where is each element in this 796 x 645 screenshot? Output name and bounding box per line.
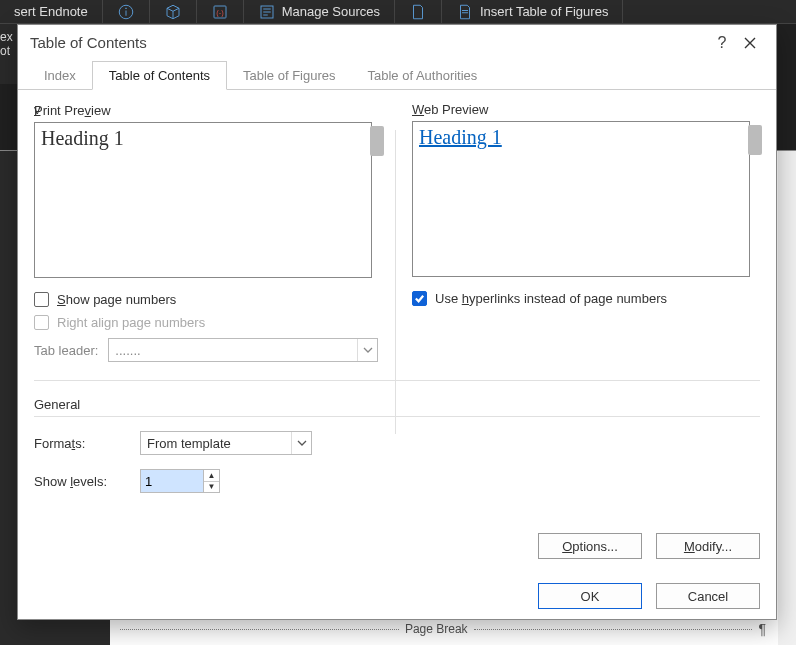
general-label: General (34, 397, 80, 412)
tab-table-of-authorities[interactable]: Table of Authorities (352, 62, 494, 89)
ribbon-item[interactable]: (-) (197, 0, 244, 23)
tof-icon (456, 3, 474, 21)
tab-leader-combo[interactable]: ....... (108, 338, 378, 362)
show-levels-label: Show levels: (34, 474, 124, 489)
spin-down-button[interactable]: ▼ (204, 482, 219, 493)
pilcrow-icon: ¶ (758, 621, 766, 637)
ribbon-label: Insert Table of Figures (480, 4, 608, 19)
info-icon (117, 3, 135, 21)
show-page-numbers-row[interactable]: Show page numbers (34, 292, 382, 307)
sources-icon (258, 3, 276, 21)
print-preview-box: Heading 1 (34, 122, 372, 278)
svg-text:(-): (-) (216, 8, 224, 17)
show-levels-input[interactable] (141, 470, 203, 492)
show-levels-spinner[interactable]: ▲ ▼ (140, 469, 220, 493)
spin-up-button[interactable]: ▲ (204, 470, 219, 482)
tab-leader-label: Tab leader: (34, 343, 98, 358)
print-preview-content: Heading 1 (41, 127, 124, 149)
right-align-row: Right align page numbers (34, 315, 382, 330)
preview-scrollbar[interactable] (370, 126, 384, 156)
web-preview-content: Heading 1 (419, 126, 502, 148)
modify-button[interactable]: Modify... (656, 533, 760, 559)
checkbox-icon[interactable] (34, 292, 49, 307)
close-button[interactable] (736, 29, 764, 57)
formats-combo[interactable]: From template (140, 431, 312, 455)
divider (34, 416, 760, 417)
tab-table-of-figures[interactable]: Table of Figures (227, 62, 352, 89)
ribbon-item[interactable] (150, 0, 197, 23)
page-break-label: Page Break (399, 622, 474, 636)
help-button[interactable]: ? (708, 29, 736, 57)
print-preview-label: Print Preview (34, 103, 382, 118)
cancel-button[interactable]: Cancel (656, 583, 760, 609)
web-preview-label: Web Preview (412, 102, 760, 117)
checkbox-icon (34, 315, 49, 330)
scrollbar[interactable] (778, 151, 796, 645)
chevron-down-icon (357, 339, 377, 361)
citation-icon: (-) (211, 3, 229, 21)
ok-button[interactable]: OK (538, 583, 642, 609)
tab-leader-value: ....... (115, 343, 140, 358)
left-panel-fragment: ex ot (0, 24, 17, 84)
ribbon-insert-endnote[interactable]: sert Endnote (0, 0, 103, 23)
options-button[interactable]: Options... (538, 533, 642, 559)
tab-table-of-contents[interactable]: Table of Contents (92, 61, 227, 90)
ribbon-label: Manage Sources (282, 4, 380, 19)
titlebar: Table of Contents ? (18, 25, 776, 60)
chevron-down-icon (291, 432, 311, 454)
formats-label: Formats: (34, 436, 124, 451)
use-hyperlinks-label: Use hyperlinks instead of page numbers (435, 291, 667, 306)
divider (34, 380, 760, 381)
checkbox-checked-icon[interactable] (412, 291, 427, 306)
svg-point-2 (125, 7, 126, 8)
right-align-label: Right align page numbers (57, 315, 205, 330)
preview-scrollbar[interactable] (748, 125, 762, 155)
ribbon-item[interactable] (103, 0, 150, 23)
page-break-marker: Page Break ¶ (120, 621, 766, 637)
show-page-numbers-label: Show page numbers (57, 292, 176, 307)
toc-dialog: Table of Contents ? Index Table of Conte… (17, 24, 777, 620)
divider (395, 130, 396, 434)
formats-value: From template (147, 436, 231, 451)
dialog-tabs: Index Table of Contents Table of Figures… (18, 60, 776, 90)
web-preview-box: Heading 1 (412, 121, 750, 277)
ribbon-label: sert Endnote (14, 4, 88, 19)
ribbon-manage-sources[interactable]: Manage Sources (244, 0, 395, 23)
dialog-title: Table of Contents (30, 34, 708, 51)
ribbon-insert-tof[interactable]: Insert Table of Figures (442, 0, 623, 23)
ribbon: sert Endnote (-) Manage Sources Insert T… (0, 0, 796, 24)
use-hyperlinks-row[interactable]: Use hyperlinks instead of page numbers (412, 291, 760, 306)
ribbon-item[interactable] (395, 0, 442, 23)
cube-icon (164, 3, 182, 21)
tab-index[interactable]: Index (28, 62, 92, 89)
doc-icon (409, 3, 427, 21)
